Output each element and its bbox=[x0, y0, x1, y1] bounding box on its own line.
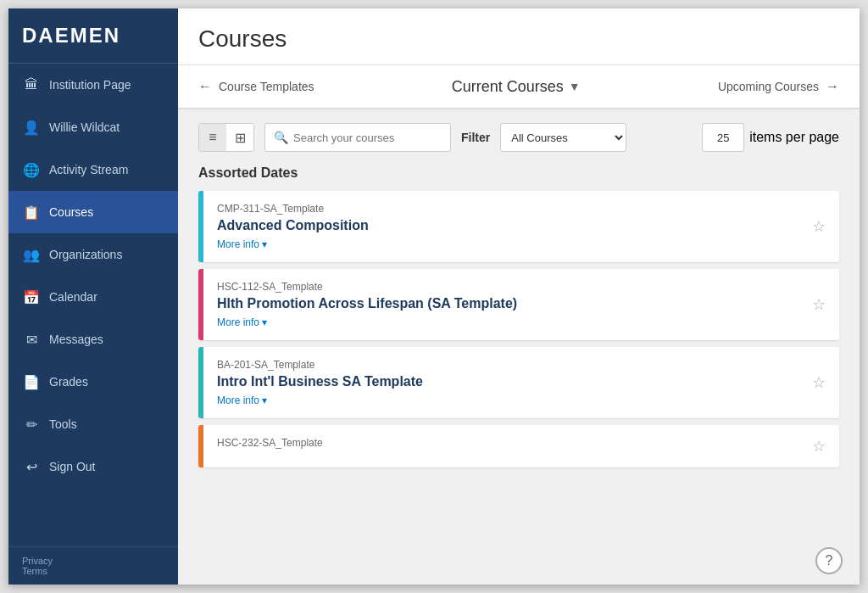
course-template-id: HSC-112-SA_Template bbox=[217, 281, 785, 293]
privacy-link[interactable]: Privacy bbox=[22, 556, 164, 566]
sidebar-label-institution: Institution Page bbox=[49, 78, 131, 92]
course-template-id: HSC-232-SA_Template bbox=[217, 437, 785, 449]
app-logo: DAEMEN bbox=[8, 8, 178, 64]
course-body: CMP-311-SA_Template Advanced Composition… bbox=[203, 191, 798, 262]
sidebar-label-courses: Courses bbox=[49, 205, 93, 219]
user-icon: 👤 bbox=[22, 118, 41, 137]
current-courses-label: Current Courses bbox=[452, 78, 564, 96]
course-star-button[interactable]: ☆ bbox=[798, 347, 839, 418]
activity-icon: 🌐 bbox=[22, 160, 41, 179]
search-box: 🔍 bbox=[264, 123, 451, 152]
chevron-down-icon: ▾ bbox=[262, 316, 267, 328]
course-title: Advanced Composition bbox=[217, 218, 785, 233]
course-more-info[interactable]: More info ▾ bbox=[217, 394, 785, 406]
chevron-down-icon: ▾ bbox=[262, 394, 267, 406]
sidebar-item-tools[interactable]: ✏Tools bbox=[8, 403, 178, 445]
course-body: BA-201-SA_Template Intro Int'l Business … bbox=[203, 347, 798, 418]
course-body: HSC-112-SA_Template Hlth Promotion Acros… bbox=[203, 269, 798, 340]
sidebar-label-user: Willie Wildcat bbox=[49, 120, 120, 134]
dropdown-arrow-icon: ▼ bbox=[569, 80, 581, 93]
messages-icon: ✉ bbox=[22, 330, 41, 349]
page-header: Courses bbox=[178, 8, 860, 65]
course-body: HSC-232-SA_Template bbox=[203, 425, 798, 467]
section-heading: Assorted Dates bbox=[198, 165, 839, 181]
sidebar-item-organizations[interactable]: 👥Organizations bbox=[8, 233, 178, 276]
grid-view-button[interactable]: ⊞ bbox=[226, 124, 253, 151]
sidebar-label-activity: Activity Stream bbox=[49, 163, 128, 176]
sidebar: DAEMEN 🏛Institution Page👤Willie Wildcat🌐… bbox=[8, 8, 178, 585]
course-card: BA-201-SA_Template Intro Int'l Business … bbox=[198, 347, 839, 418]
right-arrow-icon: → bbox=[826, 79, 839, 94]
per-page-input[interactable] bbox=[702, 123, 744, 152]
tab-course-templates[interactable]: ← Course Templates bbox=[198, 79, 314, 94]
sidebar-footer: Privacy Terms bbox=[8, 546, 178, 585]
sidebar-item-institution[interactable]: 🏛Institution Page bbox=[8, 64, 178, 106]
course-star-button[interactable]: ☆ bbox=[798, 191, 839, 262]
toolbar: ≡ ⊞ 🔍 Filter All CoursesCurrent CoursesU… bbox=[198, 123, 839, 152]
course-more-info[interactable]: More info ▾ bbox=[217, 238, 785, 250]
course-star-button[interactable]: ☆ bbox=[798, 425, 839, 467]
sidebar-label-calendar: Calendar bbox=[49, 290, 97, 304]
main-content: Courses ← Course Templates Current Cours… bbox=[178, 8, 860, 585]
calendar-icon: 📅 bbox=[22, 288, 41, 306]
course-template-id: BA-201-SA_Template bbox=[217, 359, 785, 371]
sidebar-item-activity[interactable]: 🌐Activity Stream bbox=[8, 148, 178, 191]
chevron-down-icon: ▾ bbox=[262, 238, 267, 250]
organizations-icon: 👥 bbox=[22, 245, 41, 264]
terms-link[interactable]: Terms bbox=[22, 566, 164, 576]
course-card: HSC-112-SA_Template Hlth Promotion Acros… bbox=[198, 269, 839, 340]
sidebar-item-courses[interactable]: 📋Courses bbox=[8, 191, 178, 233]
sidebar-label-signout: Sign Out bbox=[49, 460, 95, 473]
course-more-info[interactable]: More info ▾ bbox=[217, 316, 785, 328]
page-title: Courses bbox=[198, 25, 839, 53]
sidebar-item-calendar[interactable]: 📅Calendar bbox=[8, 276, 178, 318]
sidebar-label-messages: Messages bbox=[49, 333, 103, 346]
search-input[interactable] bbox=[293, 131, 442, 144]
course-title: Intro Int'l Business SA Template bbox=[217, 374, 785, 389]
tab-current-courses[interactable]: Current Courses ▼ bbox=[452, 78, 581, 96]
course-template-id: CMP-311-SA_Template bbox=[217, 203, 785, 215]
tab-upcoming-courses[interactable]: Upcoming Courses → bbox=[718, 79, 839, 94]
view-toggle: ≡ ⊞ bbox=[198, 123, 254, 152]
sidebar-label-organizations: Organizations bbox=[49, 248, 122, 261]
tools-icon: ✏ bbox=[22, 415, 41, 434]
sidebar-item-user[interactable]: 👤Willie Wildcat bbox=[8, 106, 178, 148]
signout-icon: ↩ bbox=[22, 457, 41, 476]
content-area: ≡ ⊞ 🔍 Filter All CoursesCurrent CoursesU… bbox=[178, 109, 860, 585]
institution-icon: 🏛 bbox=[22, 76, 41, 94]
course-star-button[interactable]: ☆ bbox=[798, 269, 839, 340]
course-templates-label: Course Templates bbox=[219, 80, 314, 93]
help-button[interactable]: ? bbox=[815, 547, 843, 574]
sidebar-label-grades: Grades bbox=[49, 375, 88, 389]
sidebar-item-grades[interactable]: 📄Grades bbox=[8, 361, 178, 403]
filter-label: Filter bbox=[461, 131, 490, 144]
sidebar-item-messages[interactable]: ✉Messages bbox=[8, 318, 178, 361]
left-arrow-icon: ← bbox=[198, 79, 212, 94]
course-list: CMP-311-SA_Template Advanced Composition… bbox=[198, 191, 839, 467]
search-icon: 🔍 bbox=[274, 131, 288, 144]
course-card: CMP-311-SA_Template Advanced Composition… bbox=[198, 191, 839, 262]
sidebar-label-tools: Tools bbox=[49, 417, 77, 431]
course-card: HSC-232-SA_Template ☆ bbox=[198, 425, 839, 467]
course-title: Hlth Promotion Across Lifespan (SA Templ… bbox=[217, 296, 785, 311]
filter-select[interactable]: All CoursesCurrent CoursesUpcoming Cours… bbox=[500, 123, 626, 152]
upcoming-courses-label: Upcoming Courses bbox=[718, 80, 819, 93]
per-page-label: items per page bbox=[749, 130, 839, 145]
courses-icon: 📋 bbox=[22, 203, 41, 221]
tab-navigation: ← Course Templates Current Courses ▼ Upc… bbox=[178, 65, 860, 109]
sidebar-item-signout[interactable]: ↩Sign Out bbox=[8, 445, 178, 488]
sidebar-nav: 🏛Institution Page👤Willie Wildcat🌐Activit… bbox=[8, 64, 178, 546]
per-page-control: items per page bbox=[702, 123, 839, 152]
grades-icon: 📄 bbox=[22, 372, 41, 391]
list-view-button[interactable]: ≡ bbox=[199, 124, 226, 151]
